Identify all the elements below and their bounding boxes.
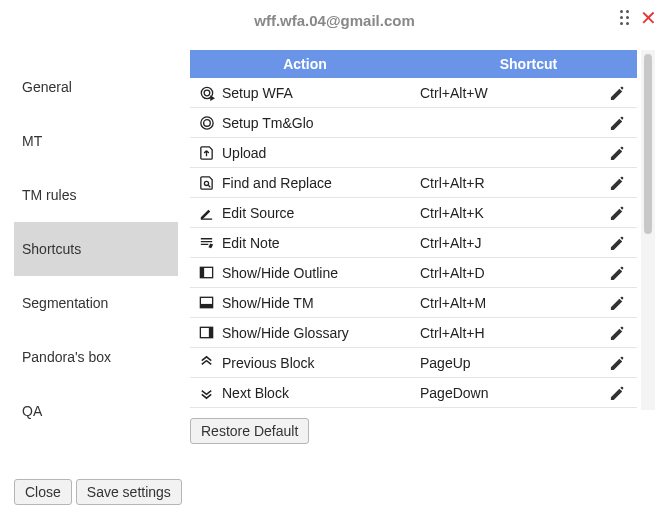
edit-icon[interactable] bbox=[603, 174, 631, 191]
svg-rect-6 bbox=[208, 327, 212, 337]
sidebar-item-pandora-s-box[interactable]: Pandora's box bbox=[14, 330, 178, 384]
pencil-line-icon bbox=[190, 204, 222, 221]
table-row: Next BlockPageDown bbox=[190, 378, 637, 408]
shortcut-label: Ctrl+Alt+H bbox=[420, 325, 603, 341]
sidebar-item-general[interactable]: General bbox=[14, 60, 178, 114]
sidebar-item-shortcuts[interactable]: Shortcuts bbox=[14, 222, 178, 276]
sidebar-item-tm-rules[interactable]: TM rules bbox=[14, 168, 178, 222]
header-title: wff.wfa.04@gmail.com bbox=[254, 12, 415, 29]
table-row: Previous BlockPageUp bbox=[190, 348, 637, 378]
table-row: Upload bbox=[190, 138, 637, 168]
panel-left-icon bbox=[190, 264, 222, 281]
close-button[interactable]: Close bbox=[14, 479, 72, 505]
edit-icon[interactable] bbox=[603, 114, 631, 131]
table-row: Show/Hide OutlineCtrl+Alt+D bbox=[190, 258, 637, 288]
edit-icon[interactable] bbox=[603, 84, 631, 101]
action-label: Edit Source bbox=[222, 205, 420, 221]
column-header-shortcut: Shortcut bbox=[420, 56, 637, 72]
shortcut-label: Ctrl+Alt+D bbox=[420, 265, 603, 281]
upload-icon bbox=[190, 144, 222, 161]
shortcut-label: Ctrl+Alt+K bbox=[420, 205, 603, 221]
shortcut-label: Ctrl+Alt+J bbox=[420, 235, 603, 251]
chev-down2-icon bbox=[190, 384, 222, 401]
action-label: Setup WFA bbox=[222, 85, 420, 101]
action-label: Previous Block bbox=[222, 355, 420, 371]
note-icon bbox=[190, 234, 222, 251]
table-row: Show/Hide GlossaryCtrl+Alt+H bbox=[190, 318, 637, 348]
svg-rect-4 bbox=[200, 304, 212, 308]
shortcut-label: PageDown bbox=[420, 385, 603, 401]
close-icon[interactable]: ✕ bbox=[640, 8, 657, 28]
action-label: Edit Note bbox=[222, 235, 420, 251]
shortcut-label: Ctrl+Alt+R bbox=[420, 175, 603, 191]
edit-icon[interactable] bbox=[603, 354, 631, 371]
table-row: Setup WFACtrl+Alt+W bbox=[190, 78, 637, 108]
edit-icon[interactable] bbox=[603, 234, 631, 251]
scrollbar-thumb[interactable] bbox=[644, 54, 652, 234]
restore-default-button[interactable]: Restore Default bbox=[190, 418, 309, 444]
table-header: Action Shortcut bbox=[190, 50, 637, 78]
edit-icon[interactable] bbox=[603, 384, 631, 401]
table-row: Setup Tm&Glo bbox=[190, 108, 637, 138]
svg-point-0 bbox=[204, 181, 208, 185]
shortcut-label: PageUp bbox=[420, 355, 603, 371]
edit-icon[interactable] bbox=[603, 144, 631, 161]
menu-dots-icon[interactable] bbox=[620, 10, 630, 26]
action-label: Show/Hide Outline bbox=[222, 265, 420, 281]
shortcut-label: Ctrl+Alt+W bbox=[420, 85, 603, 101]
table-row: Edit SourceCtrl+Alt+K bbox=[190, 198, 637, 228]
scrollbar[interactable] bbox=[641, 50, 655, 410]
table-row: Show/Hide TMCtrl+Alt+M bbox=[190, 288, 637, 318]
gear-icon bbox=[190, 114, 222, 131]
table-row: Find and ReplaceCtrl+Alt+R bbox=[190, 168, 637, 198]
gear-play-icon bbox=[190, 84, 222, 101]
action-label: Find and Replace bbox=[222, 175, 420, 191]
action-label: Next Block bbox=[222, 385, 420, 401]
sidebar: GeneralMTTM rulesShortcutsSegmentationPa… bbox=[14, 50, 178, 470]
action-label: Setup Tm&Glo bbox=[222, 115, 420, 131]
find-icon bbox=[190, 174, 222, 191]
sidebar-item-mt[interactable]: MT bbox=[14, 114, 178, 168]
save-settings-button[interactable]: Save settings bbox=[76, 479, 182, 505]
header: wff.wfa.04@gmail.com ✕ bbox=[0, 0, 669, 40]
table-row: Edit NoteCtrl+Alt+J bbox=[190, 228, 637, 258]
edit-icon[interactable] bbox=[603, 324, 631, 341]
sidebar-item-segmentation[interactable]: Segmentation bbox=[14, 276, 178, 330]
action-label: Upload bbox=[222, 145, 420, 161]
edit-icon[interactable] bbox=[603, 264, 631, 281]
action-label: Show/Hide Glossary bbox=[222, 325, 420, 341]
panel-bottom-icon bbox=[190, 294, 222, 311]
chev-up2-icon bbox=[190, 354, 222, 371]
svg-rect-2 bbox=[200, 267, 204, 277]
shortcut-label: Ctrl+Alt+M bbox=[420, 295, 603, 311]
panel-right-icon bbox=[190, 324, 222, 341]
edit-icon[interactable] bbox=[603, 294, 631, 311]
edit-icon[interactable] bbox=[603, 204, 631, 221]
table-row: Previous SegmentUp bbox=[190, 408, 637, 410]
column-header-action: Action bbox=[190, 56, 420, 72]
sidebar-item-qa[interactable]: QA bbox=[14, 384, 178, 438]
action-label: Show/Hide TM bbox=[222, 295, 420, 311]
